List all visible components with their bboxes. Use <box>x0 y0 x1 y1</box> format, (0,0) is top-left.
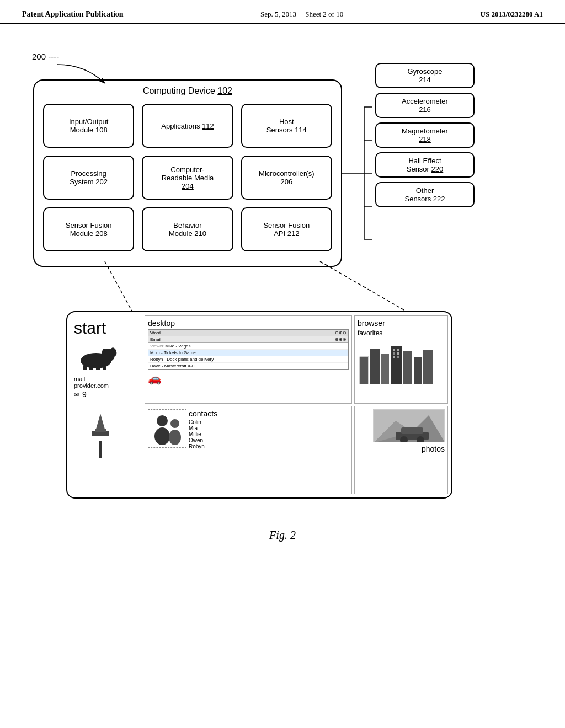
svg-rect-26 <box>397 349 399 351</box>
sensor-hall-effect: Hall EffectSensor 220 <box>375 152 475 178</box>
desktop-label: desktop <box>148 319 349 328</box>
contact-mia: Mia <box>189 425 217 431</box>
svg-rect-28 <box>397 352 399 355</box>
start-cell: start <box>71 315 142 404</box>
browser-cell: browser favorites <box>354 315 448 404</box>
svg-rect-20 <box>381 354 389 384</box>
contact-colin: Colin <box>189 419 217 425</box>
svg-rect-13 <box>83 365 87 370</box>
dog-icon <box>74 340 118 372</box>
desktop-mockup: Word⊕⊕⊙ Email⊕⊕⊙ Viewer Mike - Vegas! Mo… <box>148 329 349 370</box>
desktop-cell: desktop Word⊕⊕⊙ Email⊕⊕⊙ Viewer Mike - V… <box>145 315 352 404</box>
header-publication-label: Patent Application Publication <box>22 10 124 19</box>
svg-rect-45 <box>401 427 423 434</box>
page-header: Patent Application Publication Sep. 5, 2… <box>0 0 565 24</box>
cityscape-icon <box>358 340 445 386</box>
lower-diagram: start <box>66 311 452 499</box>
sensor-gyroscope: Gyroscope214 <box>375 63 475 88</box>
sensor-other: OtherSensors 222 <box>375 182 475 207</box>
photos-cell: photos <box>354 406 448 494</box>
header-patent-number: US 2013/0232280 A1 <box>481 10 543 19</box>
main-content: 200 ---- Computing Device 102 Input/Outp… <box>0 24 565 532</box>
svg-rect-16 <box>103 365 106 370</box>
contacts-cell: contacts Colin Mia Millie Owen Robyn <box>145 406 352 494</box>
sensor-magnetometer: Magnetometer218 <box>375 122 475 148</box>
svg-rect-23 <box>414 357 422 384</box>
svg-point-37 <box>170 419 179 428</box>
photos-illustration <box>373 409 445 442</box>
mail-provider: provider.com <box>74 382 109 389</box>
start-label: start <box>74 319 106 338</box>
header-center: Sep. 5, 2013 Sheet 2 of 10 <box>260 10 343 19</box>
svg-rect-22 <box>403 351 412 384</box>
svg-rect-17 <box>360 357 368 384</box>
svg-point-35 <box>157 415 168 426</box>
svg-rect-19 <box>370 349 380 384</box>
svg-rect-14 <box>89 365 93 370</box>
svg-rect-27 <box>393 352 395 355</box>
header-sheet: Sheet 2 of 10 <box>305 10 343 18</box>
svg-rect-29 <box>393 356 395 358</box>
svg-rect-15 <box>96 365 100 370</box>
svg-rect-31 <box>99 441 102 458</box>
mail-section: mail provider.com ✉ 9 <box>74 376 109 399</box>
svg-rect-24 <box>423 350 433 384</box>
header-date: Sep. 5, 2013 <box>260 10 296 18</box>
favorites-label: favorites <box>358 329 445 337</box>
svg-rect-25 <box>393 349 395 351</box>
sensors-column: Gyroscope214 Accelerometer216 Magnetomet… <box>375 63 475 207</box>
desktop-icon-phone: 🚗 <box>148 372 162 385</box>
diagram-wrapper: 200 ---- Computing Device 102 Input/Outp… <box>22 46 543 521</box>
browser-label: browser <box>358 319 445 328</box>
figure-caption: Fig. 2 <box>22 529 543 542</box>
svg-point-38 <box>169 430 181 445</box>
svg-rect-30 <box>397 356 399 358</box>
contact-millie: Millie <box>189 431 217 437</box>
svg-rect-21 <box>391 346 402 384</box>
mail-label: mail <box>74 376 109 382</box>
photos-label: photos <box>422 445 445 453</box>
sensor-accelerometer: Accelerometer216 <box>375 93 475 118</box>
mail-count: 9 <box>82 390 87 399</box>
mail-icon: ✉ <box>74 391 79 398</box>
svg-rect-34 <box>95 429 106 432</box>
contacts-label: contacts <box>189 409 217 418</box>
space-needle-cell <box>71 406 142 494</box>
contact-owen: Owen <box>189 437 217 443</box>
contacts-illustration <box>148 409 186 448</box>
svg-point-36 <box>154 427 170 445</box>
contacts-list: contacts Colin Mia Millie Owen Robyn <box>189 409 217 449</box>
contact-robyn: Robyn <box>189 443 217 449</box>
ref-200-label: 200 ---- <box>32 52 59 61</box>
